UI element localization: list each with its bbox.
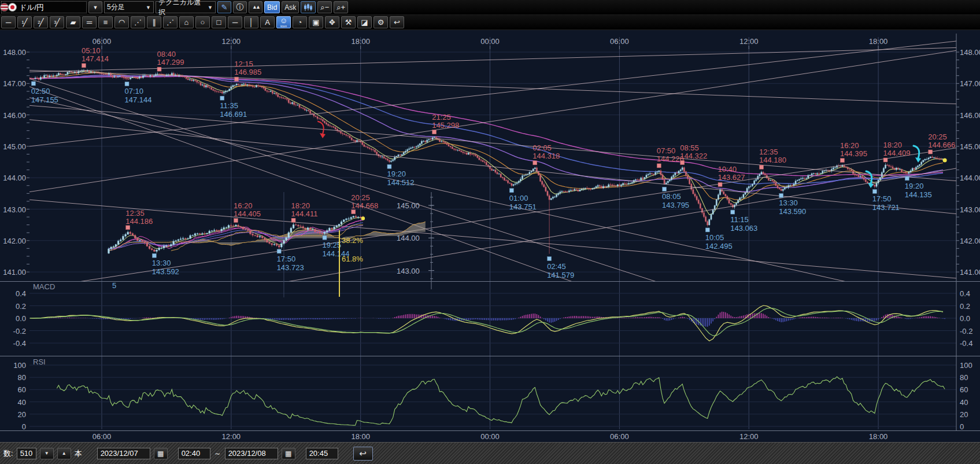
svg-text:18:20: 18:20	[291, 201, 310, 210]
svg-text:18:00: 18:00	[351, 432, 370, 441]
svg-text:17:50: 17:50	[277, 255, 296, 263]
bar-count-input[interactable]: 510	[17, 448, 36, 459]
svg-text:0: 0	[960, 422, 964, 431]
svg-text:07:50: 07:50	[657, 146, 676, 155]
svg-text:145.00: 145.00	[960, 142, 980, 151]
calendar-icon: ▦	[285, 450, 291, 458]
svg-text:146.985: 146.985	[234, 68, 261, 76]
svg-text:144.668: 144.668	[351, 201, 378, 210]
svg-text:18:20: 18:20	[883, 141, 903, 149]
from-date-input[interactable]: 2023/12/07	[97, 448, 150, 459]
svg-text:08:40: 08:40	[157, 50, 176, 58]
svg-text:08:05: 08:05	[662, 192, 681, 201]
reset-range-button[interactable]: ↩	[353, 447, 373, 461]
grid-lines	[0, 30, 980, 442]
svg-text:146.00: 146.00	[3, 111, 26, 120]
svg-text:-0.4: -0.4	[960, 339, 972, 348]
svg-text:141.579: 141.579	[547, 271, 574, 279]
svg-text:145.00: 145.00	[397, 201, 420, 210]
from-date-calendar-button[interactable]: ▦	[154, 448, 168, 459]
svg-text:144.411: 144.411	[291, 209, 318, 218]
svg-text:0.2: 0.2	[960, 302, 970, 311]
svg-text:20:25: 20:25	[928, 132, 947, 141]
svg-text:144.405: 144.405	[234, 209, 261, 218]
svg-text:00:00: 00:00	[480, 37, 500, 46]
svg-text:146.00: 146.00	[960, 111, 980, 120]
from-time-input[interactable]: 02:40	[178, 448, 210, 459]
svg-text:143.795: 143.795	[662, 201, 689, 209]
svg-text:142.00: 142.00	[3, 237, 26, 245]
svg-text:12:00: 12:00	[222, 37, 241, 46]
svg-text:0.4: 0.4	[960, 289, 970, 298]
svg-text:142.495: 142.495	[705, 242, 733, 251]
svg-text:144.409: 144.409	[883, 149, 911, 157]
svg-text:20: 20	[960, 410, 968, 419]
svg-text:21:25: 21:25	[432, 113, 451, 121]
svg-text:141.00: 141.00	[960, 268, 980, 277]
undo-arrow-icon: ↩	[359, 448, 367, 459]
svg-text:10:40: 10:40	[718, 165, 737, 174]
to-date-calendar-button[interactable]: ▦	[282, 448, 295, 459]
svg-text:60: 60	[18, 385, 26, 394]
svg-text:144.180: 144.180	[759, 156, 786, 164]
svg-text:60: 60	[960, 385, 968, 394]
svg-text:11:15: 11:15	[730, 215, 749, 224]
bar-count-label: 数:	[3, 448, 13, 459]
svg-text:144.186: 144.186	[125, 217, 153, 226]
svg-text:16:20: 16:20	[234, 201, 253, 210]
svg-text:02:05: 02:05	[532, 143, 552, 152]
chevron-down-icon: ▼	[45, 451, 49, 456]
svg-text:20:25: 20:25	[351, 193, 370, 202]
svg-text:12:00: 12:00	[739, 432, 759, 441]
svg-text:148.00: 148.00	[960, 48, 980, 57]
svg-text:143.721: 143.721	[872, 203, 900, 212]
svg-text:143.723: 143.723	[277, 263, 304, 272]
svg-text:100: 100	[960, 361, 972, 370]
svg-text:-0.4: -0.4	[13, 339, 26, 348]
svg-text:06:00: 06:00	[610, 432, 629, 441]
svg-text:12:35: 12:35	[125, 209, 145, 218]
svg-text:40: 40	[960, 398, 968, 407]
svg-text:19:20: 19:20	[387, 170, 406, 178]
bar-unit-label: 本	[75, 448, 82, 459]
svg-text:0.0: 0.0	[960, 314, 970, 323]
svg-text:147.414: 147.414	[82, 54, 109, 63]
svg-text:145.00: 145.00	[3, 142, 26, 151]
count-decrease-button[interactable]: ▼	[40, 448, 54, 459]
svg-text:19:20: 19:20	[905, 182, 924, 190]
to-date-input[interactable]: 2023/12/08	[225, 448, 278, 459]
date-range-bar: 数: 510 ▼ ▲ 本 2023/12/07 ▦ 02:40 ～ 2023/1…	[0, 442, 980, 464]
svg-text:143.590: 143.590	[779, 207, 806, 216]
svg-text:143.627: 143.627	[718, 173, 745, 182]
svg-text:144.00: 144.00	[3, 174, 26, 182]
svg-text:12:15: 12:15	[234, 60, 253, 68]
svg-text:147.00: 147.00	[3, 79, 26, 88]
svg-text:143.751: 143.751	[509, 202, 537, 211]
svg-text:147.155: 147.155	[31, 95, 58, 104]
svg-text:13:30: 13:30	[779, 198, 798, 207]
svg-text:02:45: 02:45	[547, 262, 566, 271]
svg-text:06:00: 06:00	[610, 37, 629, 46]
svg-text:20: 20	[18, 410, 26, 419]
svg-text:05:10: 05:10	[82, 46, 101, 55]
svg-text:144.395: 144.395	[840, 149, 867, 158]
svg-text:144.666: 144.666	[928, 141, 955, 149]
svg-text:142.00: 142.00	[960, 237, 980, 245]
chart-canvas[interactable]: 02:50147.15505:10147.41407:10147.14408:4…	[0, 0, 980, 464]
trading-app-window: ドル/円 ▼ 5分足 ▼ テクニカル選択 ▼ ✎ ⓘ ▲▲ Bid Ask ⌕−…	[0, 0, 980, 464]
range-separator: ～	[214, 448, 221, 459]
svg-text:07:10: 07:10	[125, 87, 144, 95]
svg-text:141.00: 141.00	[3, 268, 26, 277]
svg-text:00:00: 00:00	[480, 432, 500, 441]
to-time-input[interactable]: 20:45	[306, 448, 338, 459]
svg-text:06:00: 06:00	[93, 37, 112, 46]
svg-text:13:30: 13:30	[152, 259, 171, 267]
svg-text:RSI: RSI	[33, 358, 46, 366]
count-increase-button[interactable]: ▲	[57, 448, 71, 459]
svg-text:144.318: 144.318	[532, 152, 560, 160]
svg-text:61.8%: 61.8%	[342, 255, 363, 263]
svg-text:147.00: 147.00	[960, 79, 980, 88]
calendar-icon: ▦	[157, 450, 164, 458]
svg-text:08:55: 08:55	[680, 143, 699, 152]
svg-text:80: 80	[18, 373, 26, 382]
